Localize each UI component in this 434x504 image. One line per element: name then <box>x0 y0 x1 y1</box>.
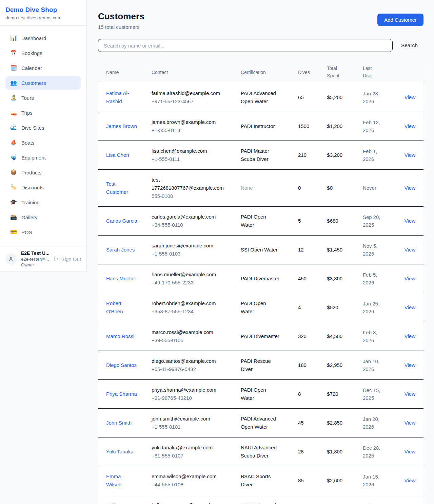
customer-certification: PADI Divemaster <box>241 275 279 283</box>
view-link[interactable]: View <box>405 391 415 397</box>
customer-last-dive: Jan 15, 2026 <box>363 473 384 489</box>
customer-total-spent: $720 <box>327 391 338 397</box>
view-link[interactable]: View <box>405 247 415 253</box>
customer-name-link[interactable]: Sarah Jones <box>106 246 135 254</box>
customer-name-link[interactable]: Marco Rossi <box>106 332 134 340</box>
customer-row: Robert O'Brien robert.obrien@example.com… <box>98 293 423 322</box>
customer-dives: 0 <box>298 185 301 191</box>
customer-email: yuki.tanaka@example.com <box>152 444 225 452</box>
customer-certification: None <box>241 184 253 192</box>
sidebar-item-dive-sites[interactable]: 🌊 Dive Sites <box>5 121 81 134</box>
sidebar-item-equipment[interactable]: 🤿 Equipment <box>5 151 81 164</box>
customer-email: fatima.alrashid@example.com <box>152 89 225 97</box>
customer-dives: 320 <box>298 333 307 339</box>
page-title: Customers <box>98 11 144 22</box>
sidebar-item-label: Gallery <box>21 214 38 220</box>
customer-dives: 85 <box>298 478 304 483</box>
island-icon: 🏝️ <box>10 95 17 100</box>
sidebar-item-label: Dashboard <box>21 35 46 41</box>
customer-phone: +44-555-0108 <box>152 481 233 489</box>
view-link[interactable]: View <box>405 152 415 158</box>
customer-name-link[interactable]: Priya Sharma <box>106 390 137 398</box>
customer-name-link[interactable]: Carlos Garcia <box>106 217 137 225</box>
customer-total-spent: $3,200 <box>327 152 342 158</box>
user-role: Owner <box>21 262 50 267</box>
sidebar-item-training[interactable]: 🎓 Training <box>5 195 81 209</box>
sidebar-item-customers[interactable]: 👥 Customers <box>5 76 81 90</box>
sidebar-item-calendar[interactable]: 🗓️ Calendar <box>5 61 81 75</box>
search-input[interactable] <box>98 39 393 52</box>
sidebar-item-gallery[interactable]: 📸 Gallery <box>5 210 81 224</box>
customer-email: carlos.garcia@example.com <box>152 213 225 221</box>
view-link[interactable]: View <box>405 276 415 281</box>
view-link[interactable]: View <box>405 218 415 224</box>
customers-table: NameContactCertificationDivesTotal Spent… <box>98 61 423 504</box>
view-link[interactable]: View <box>405 420 415 426</box>
sidebar-item-label: Products <box>21 170 41 175</box>
sidebar-item-label: Boats <box>21 140 34 146</box>
add-customer-button[interactable]: Add Customer <box>377 14 423 26</box>
customer-row: Priya Sharma priya.sharma@example.com +9… <box>98 380 423 409</box>
view-link[interactable]: View <box>405 449 415 454</box>
sidebar-item-label: Discounts <box>21 185 44 190</box>
brand-domain: demo.test.divestreams.com <box>5 15 81 20</box>
customers-table-card: NameContactCertificationDivesTotal Spent… <box>98 61 423 504</box>
customer-name-link[interactable]: Keiko Yamamoto <box>106 501 137 504</box>
customer-dives: 45 <box>298 420 304 426</box>
sidebar-item-trips[interactable]: 🚤 Trips <box>5 106 81 119</box>
main-content: Customers 15 total customers Add Custome… <box>87 0 434 504</box>
customer-name-link[interactable]: Yuki Tanaka <box>106 448 134 456</box>
customer-name-link[interactable]: Hans Mueller <box>106 275 136 283</box>
customer-certification: BSAC Sports Diver <box>241 472 281 489</box>
view-link[interactable]: View <box>405 333 415 339</box>
sidebar-item-discounts[interactable]: 🏷️ Discounts <box>5 181 81 194</box>
search-button[interactable]: Search <box>393 42 423 49</box>
customer-name-link[interactable]: Emma Wilson <box>106 472 137 489</box>
customer-certification: PADI Open Water <box>241 386 281 402</box>
customer-phone: +1-555-0103 <box>152 250 233 258</box>
customer-row: John Smith john.smith@example.com +1-555… <box>98 409 423 437</box>
customer-email: diego.santos@example.com <box>152 357 225 365</box>
customer-name-link[interactable]: Diego Santos <box>106 361 137 369</box>
view-link[interactable]: View <box>405 478 415 483</box>
customer-name-link[interactable]: James Brown <box>106 122 137 130</box>
sidebar-item-tours[interactable]: 🏝️ Tours <box>5 91 81 105</box>
person-icon <box>8 256 14 262</box>
customer-row: Sarah Jones sarah.jones@example.com +1-5… <box>98 236 423 264</box>
customer-name-link[interactable]: Robert O'Brien <box>106 299 137 316</box>
customer-last-dive: Feb 1, 2026 <box>363 147 384 163</box>
sidebar-nav: 📊 Dashboard 📅 Bookings 🗓️ Calendar 👥 Cus… <box>0 26 86 240</box>
customer-name-link[interactable]: Lisa Chen <box>106 151 129 159</box>
sidebar-item-pos[interactable]: 💳 POS <box>5 225 81 239</box>
customer-certification: PADI Advanced Open Water <box>241 415 281 431</box>
sign-out-button[interactable]: Sign Out <box>54 256 81 262</box>
customer-certification: PADI Rescue Diver <box>241 357 281 373</box>
view-link[interactable]: View <box>405 362 415 368</box>
customer-email: john.smith@example.com <box>152 415 225 423</box>
customer-name-link[interactable]: John Smith <box>106 419 132 427</box>
customer-total-spent: $2,850 <box>327 420 342 426</box>
view-link[interactable]: View <box>405 94 415 100</box>
sidebar-item-products[interactable]: 📦 Products <box>5 166 81 179</box>
sidebar-item-boats[interactable]: ⛵ Boats <box>5 136 81 149</box>
sidebar-item-bookings[interactable]: 📅 Bookings <box>5 46 81 60</box>
customer-phone: +353-87-555-1234 <box>152 307 233 316</box>
view-link[interactable]: View <box>405 185 415 191</box>
customer-dives: 12 <box>298 247 304 253</box>
sidebar-item-dashboard[interactable]: 📊 Dashboard <box>5 31 81 45</box>
customer-certification: PADI Open Water <box>241 213 281 229</box>
customer-name-link[interactable]: Test Customer <box>106 180 137 196</box>
column-header-name: Name <box>98 61 147 83</box>
customer-email: hans.mueller@example.com <box>152 270 225 279</box>
customer-row: Hans Mueller hans.mueller@example.com +4… <box>98 264 423 293</box>
customer-count: 15 total customers <box>98 24 144 30</box>
column-header-last-dive: Last Dive <box>359 61 395 83</box>
customer-name-link[interactable]: Fatima Al-Rashid <box>106 89 137 106</box>
customer-phone: +81-555-0107 <box>152 452 233 460</box>
avatar <box>5 253 17 265</box>
brand-name: Demo Dive Shop <box>5 6 81 14</box>
view-link[interactable]: View <box>405 123 415 129</box>
customer-email: test-1772681807767@example.com <box>152 176 225 192</box>
column-header-total-spent: Total Spent <box>323 61 359 83</box>
view-link[interactable]: View <box>405 304 415 310</box>
